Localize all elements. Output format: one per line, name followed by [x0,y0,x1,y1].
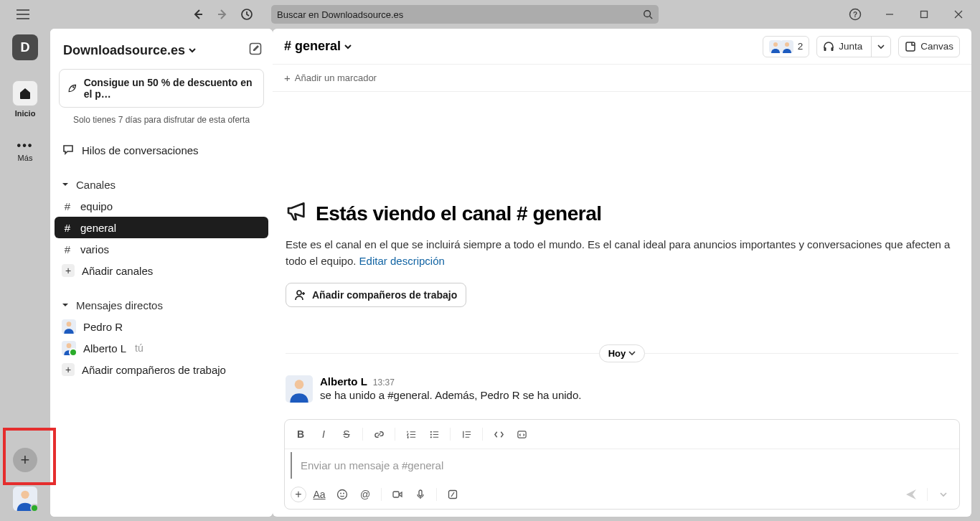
chevron-down-icon [628,349,636,357]
channel-welcome-title: Estás viendo el canal # general [316,202,601,225]
format-button[interactable]: Aa [309,484,329,504]
emoji-button[interactable] [332,484,352,504]
avatar-icon [62,341,76,355]
forward-button[interactable] [214,6,231,23]
add-bookmark-button[interactable]: + Añadir un marcador [273,65,971,92]
plus-icon: + [62,363,75,376]
message-composer: B I S Enviar un mensaje a [284,419,960,510]
more-label: Más [18,154,33,162]
send-options-button[interactable] [933,484,953,504]
strike-button[interactable]: S [336,424,357,444]
svg-rect-14 [906,42,915,51]
more-button[interactable]: ••• [17,139,34,152]
message-item: Alberto L 13:37 se ha unido a #general. … [286,375,958,403]
svg-rect-13 [831,47,834,51]
edit-description-link[interactable]: Editar descripción [359,255,445,267]
blockquote-button[interactable] [456,424,476,444]
audio-button[interactable] [410,484,430,504]
close-button[interactable] [943,3,974,26]
chevron-down-icon [188,46,197,55]
huddle-button[interactable]: Junta [816,36,891,57]
avatar-icon [62,319,76,334]
svg-point-10 [773,42,778,47]
back-button[interactable] [189,6,207,23]
promo-banner[interactable]: Consigue un 50 % de descuento en el p… [59,69,264,108]
members-button[interactable]: 2 [763,36,810,57]
channel-general[interactable]: #general [55,217,268,238]
avatar-icon[interactable] [286,375,313,403]
bullet-list-button[interactable] [424,424,444,444]
hash-icon: # [62,222,73,234]
promo-subtext: Solo tienes 7 días para disfrutar de est… [50,108,273,135]
attach-button[interactable]: + [291,487,306,502]
home-label: Inicio [15,109,36,118]
create-button[interactable]: + [13,448,37,472]
hash-icon: # [62,200,73,212]
caret-down-icon [62,181,69,188]
help-button[interactable]: ? [839,3,871,26]
mention-button[interactable]: @ [355,484,375,504]
workspace-badge[interactable]: D [12,34,38,60]
link-button[interactable] [369,424,389,444]
search-icon [643,9,653,19]
channels-section-header[interactable]: Canales [55,174,268,195]
canvas-button[interactable]: Canvas [898,36,960,57]
svg-rect-20 [517,431,525,437]
home-button[interactable] [12,80,38,106]
user-avatar[interactable] [13,487,37,511]
presence-dot [30,504,39,512]
svg-point-16 [295,380,304,389]
plus-icon: + [62,264,75,277]
svg-point-1 [644,11,651,17]
titlebar: Buscar en Downloadsource.es ? [0,0,980,29]
bold-button[interactable]: B [291,424,311,444]
minimize-button[interactable] [874,3,905,26]
svg-point-11 [785,42,789,47]
svg-point-22 [340,493,341,494]
shortcut-button[interactable] [443,484,463,504]
workspace-switcher[interactable]: Downloadsource.es [63,43,197,58]
huddle-dropdown[interactable] [871,37,890,57]
italic-button[interactable]: I [314,424,334,444]
add-channels-link[interactable]: +Añadir canales [55,260,268,281]
svg-text:?: ? [853,11,857,19]
avatar-icon [781,40,793,53]
channel-varios[interactable]: #varios [55,238,268,260]
history-button[interactable] [238,6,255,23]
chevron-down-icon [344,42,352,51]
code-button[interactable] [489,424,509,444]
channel-equipo[interactable]: #equipo [55,195,268,217]
svg-rect-4 [921,11,928,18]
caret-down-icon [62,301,69,309]
hash-icon: # [62,243,73,255]
add-coworkers-link[interactable]: +Añadir compañeros de trabajo [55,359,268,380]
svg-point-17 [430,431,431,432]
add-person-icon [295,289,306,301]
headphones-icon [823,41,834,52]
video-button[interactable] [387,484,407,504]
svg-point-7 [72,86,74,88]
dm-section-header[interactable]: Mensajes directos [55,294,268,316]
codeblock-button[interactable] [512,424,532,444]
add-coworkers-button[interactable]: Añadir compañeros de trabajo [286,283,466,307]
svg-point-19 [430,436,431,438]
svg-point-9 [67,343,72,348]
svg-point-5 [21,491,29,499]
dm-alberto[interactable]: Alberto L tú [55,337,268,359]
message-input[interactable]: Enviar un mensaje a #general [291,452,953,479]
search-input[interactable]: Buscar en Downloadsource.es [271,5,659,24]
dm-pedro[interactable]: Pedro R [55,316,268,337]
maximize-button[interactable] [908,3,940,26]
message-author[interactable]: Alberto L [320,375,367,388]
channel-description: Este es el canal en el que se incluirá s… [286,236,958,270]
compose-button[interactable] [248,42,263,59]
date-divider[interactable]: Hoy [599,344,646,362]
hamburger-icon[interactable] [6,9,40,19]
channel-title[interactable]: # general [284,39,352,54]
svg-point-8 [67,321,72,327]
threads-link[interactable]: Hilos de conversaciones [55,139,268,161]
ordered-list-button[interactable] [401,424,421,444]
svg-rect-12 [824,47,826,51]
send-button[interactable] [901,484,921,504]
rocket-icon [67,82,78,95]
